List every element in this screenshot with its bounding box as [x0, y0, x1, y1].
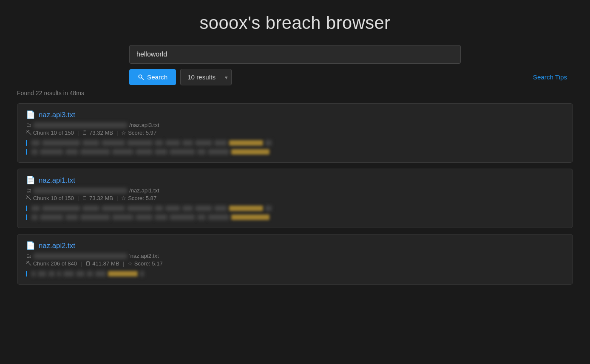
path-suffix-2: /naz.api1.txt: [129, 187, 159, 194]
search-area: Search 10 results 25 results 50 results …: [17, 45, 573, 85]
result-filename-3: naz.api2.txt: [39, 242, 75, 250]
file-icon-3: 📄: [26, 241, 35, 250]
blur: [182, 206, 193, 211]
path-blurred-2: [34, 188, 127, 193]
snippet-2-2: [26, 214, 564, 220]
folder-icon-2: 🗂: [26, 187, 31, 194]
blur: [80, 149, 110, 155]
blur: [76, 271, 85, 277]
blur: [208, 149, 229, 155]
search-icon: [138, 74, 144, 80]
size-3: 411.87 MB: [92, 260, 119, 267]
size-2: 73.32 MB: [89, 195, 113, 201]
blur: [155, 206, 163, 211]
page-title: sooox's breach browser: [17, 13, 573, 33]
score-1: Score: 5.97: [128, 130, 156, 136]
file-icon-2: 📄: [26, 176, 35, 185]
folder-icon-1: 🗂: [26, 122, 31, 128]
highlight: [231, 214, 269, 220]
blur: [214, 206, 227, 211]
blur: [102, 140, 125, 146]
blur: [95, 271, 106, 277]
blur: [65, 214, 78, 220]
blur: [80, 214, 110, 220]
blur: [63, 271, 74, 277]
blur: [87, 271, 93, 277]
snippet-content-3-1: [31, 271, 144, 277]
result-card-1: 📄 naz.api3.txt 🗂 /naz.api3.txt ⛏ Chunk 1…: [17, 103, 573, 163]
blur: [38, 271, 46, 277]
blur: [40, 214, 63, 220]
chunk-info-2: Chunk 10 of 150: [33, 195, 74, 201]
blur: [136, 149, 153, 155]
search-controls: Search 10 results 25 results 50 results …: [129, 69, 461, 85]
blur: [102, 206, 125, 211]
size-icon-2: 🗒: [82, 195, 88, 201]
blur: [31, 271, 36, 277]
layers-icon-2: ⛏: [26, 195, 31, 201]
chunk-info-3: Chunk 206 of 840: [33, 260, 77, 267]
blur: [140, 271, 144, 277]
file-icon-1: 📄: [26, 110, 35, 119]
chunk-info-1: Chunk 10 of 150: [33, 130, 74, 136]
blur: [197, 214, 206, 220]
blur: [165, 206, 180, 211]
result-meta-chunks-2: ⛏ Chunk 10 of 150 | 🗒 73.32 MB | ☆ Score…: [26, 195, 564, 201]
blur: [155, 140, 163, 146]
path-blurred-1: [34, 123, 127, 128]
blur: [195, 206, 212, 211]
blur: [31, 140, 40, 146]
blur: [170, 214, 195, 220]
blur: [155, 149, 167, 155]
result-meta-chunks-1: ⛏ Chunk 10 of 150 | 🗒 73.32 MB | ☆ Score…: [26, 130, 564, 136]
blur: [127, 206, 153, 211]
score-2: Score: 5.87: [128, 195, 156, 201]
blur: [195, 140, 212, 146]
snippet-2-1: [26, 206, 564, 211]
result-card-2: 📄 naz.api1.txt 🗂 /naz.api1.txt ⛏ Chunk 1…: [17, 169, 573, 228]
blur: [31, 214, 38, 220]
star-icon-2: ☆: [121, 195, 126, 201]
blur: [265, 206, 272, 211]
score-3: Score: 5.17: [134, 260, 163, 267]
blur: [197, 149, 206, 155]
results-count-select[interactable]: 10 results 25 results 50 results 100 res…: [180, 69, 232, 85]
blur: [42, 206, 80, 211]
search-input[interactable]: [129, 45, 461, 64]
blur: [42, 140, 80, 146]
snippet-3-1: [26, 271, 564, 277]
highlight: [229, 206, 263, 211]
blur: [112, 149, 133, 155]
result-title-3[interactable]: 📄 naz.api2.txt: [26, 241, 564, 250]
blur: [48, 271, 55, 277]
blur: [31, 149, 38, 155]
blur: [214, 140, 227, 146]
search-button[interactable]: Search: [129, 69, 176, 85]
path-suffix-1: /naz.api3.txt: [129, 122, 159, 128]
blur: [57, 271, 61, 277]
snippet-1-2: [26, 149, 564, 155]
blur: [82, 140, 99, 146]
size-icon-3: 🗒: [85, 260, 91, 267]
result-title-1[interactable]: 📄 naz.api3.txt: [26, 110, 564, 119]
blur: [127, 140, 153, 146]
path-suffix-3: 'naz.api2.txt: [129, 253, 159, 259]
search-tips-link[interactable]: Search Tips: [533, 73, 567, 81]
search-input-wrapper: [129, 45, 461, 64]
snippet-content-1-2: [31, 149, 269, 155]
blur: [31, 206, 40, 211]
result-title-2[interactable]: 📄 naz.api1.txt: [26, 176, 564, 185]
result-path-2: 🗂 /naz.api1.txt: [26, 187, 564, 194]
blur: [170, 149, 195, 155]
snippet-1-1: [26, 140, 564, 146]
size-1: 73.32 MB: [89, 130, 113, 136]
svg-line-1: [142, 78, 144, 80]
result-path-1: 🗂 /naz.api3.txt: [26, 122, 564, 128]
blur: [136, 214, 153, 220]
blur: [265, 140, 272, 146]
result-filename-1: naz.api3.txt: [39, 111, 75, 119]
blur: [112, 214, 133, 220]
highlight: [229, 140, 263, 146]
layers-icon-1: ⛏: [26, 130, 31, 136]
result-card-3: 📄 naz.api2.txt 🗂 'naz.api2.txt ⛏ Chunk 2…: [17, 234, 573, 285]
